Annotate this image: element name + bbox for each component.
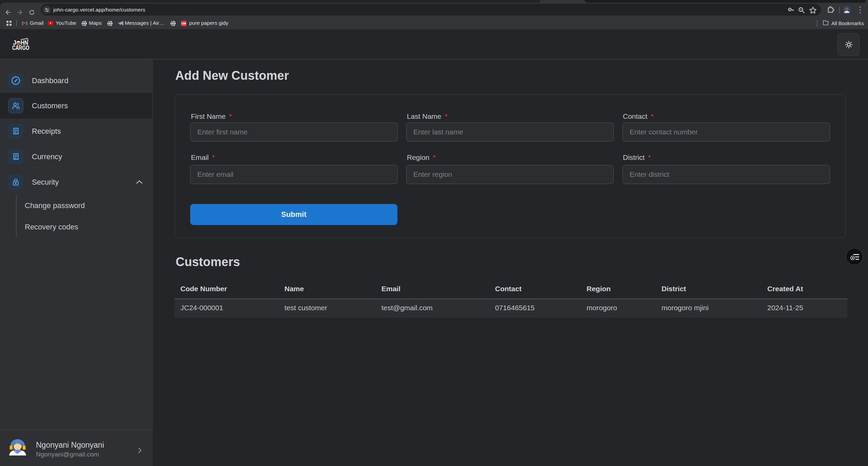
svg-text:CARGO: CARGO — [12, 44, 29, 51]
